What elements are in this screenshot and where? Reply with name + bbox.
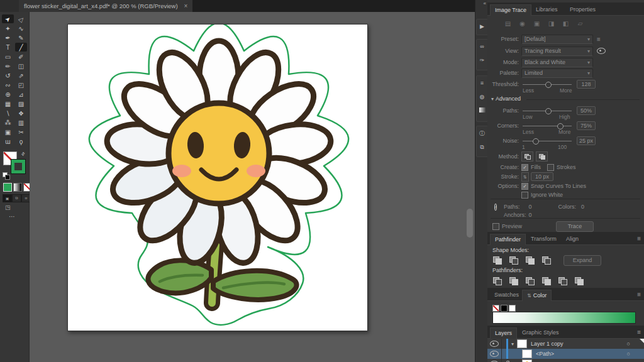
fill-stroke-control[interactable]: ⇄: [3, 151, 28, 179]
brushes-icon[interactable]: ✑: [477, 53, 487, 67]
color-spectrum-ramp[interactable]: [492, 312, 636, 324]
tab-swatches[interactable]: Swatches: [490, 290, 523, 300]
default-fill-stroke-icon[interactable]: [3, 172, 9, 179]
preset-outline-icon[interactable]: ▱: [575, 19, 585, 28]
corners-slider[interactable]: [523, 126, 572, 126]
direct-selection-tool[interactable]: ▷: [15, 14, 27, 23]
tab-color[interactable]: ⇅Color: [522, 290, 552, 301]
preset-grayscale-icon[interactable]: ◨: [547, 19, 556, 28]
preset-high-color-icon[interactable]: ◉: [518, 19, 527, 28]
document-tab[interactable]: flower sticker_digital_art_x4.pdf* @ 200…: [19, 0, 192, 12]
preview-checkbox[interactable]: [492, 223, 499, 230]
stroke-color-green-chip[interactable]: [11, 160, 25, 173]
layer-name[interactable]: <Path>: [536, 351, 554, 357]
fills-checkbox[interactable]: ✓: [521, 164, 528, 171]
layer-name[interactable]: Layer 1 copy: [531, 341, 564, 347]
gradient-button[interactable]: [13, 183, 22, 192]
mesh-tool[interactable]: ▦: [2, 99, 14, 108]
ignore-white-checkbox[interactable]: [521, 192, 528, 199]
tab-libraries[interactable]: Libraries: [531, 4, 562, 15]
unite-icon[interactable]: [493, 256, 502, 265]
preset-low-color-icon[interactable]: ▣: [532, 19, 541, 28]
layer-thumbnail[interactable]: [517, 339, 527, 348]
slice-tool[interactable]: ✂: [15, 128, 27, 136]
expand-button[interactable]: Expand: [564, 255, 601, 266]
column-graph-tool[interactable]: ▥: [15, 118, 27, 127]
layers-menu-icon[interactable]: ≡: [637, 329, 641, 336]
layer-row-layer1-copy[interactable]: ▾ Layer 1 copy ○: [487, 339, 644, 349]
tab-align[interactable]: Align: [562, 234, 583, 244]
draw-normal-button[interactable]: ▣: [3, 194, 12, 202]
scale-tool[interactable]: ⇗: [15, 71, 27, 80]
stroke-value[interactable]: 10 px: [531, 172, 553, 181]
zoom-tool[interactable]: ϙ: [15, 137, 27, 146]
path-thumbnail[interactable]: [522, 349, 532, 358]
tab-transform[interactable]: Transform: [526, 234, 561, 244]
tab-layers[interactable]: Layers: [490, 327, 517, 339]
layer-thumbnail[interactable]: [522, 359, 532, 362]
hand-tool[interactable]: ɯ: [2, 137, 14, 146]
layer-row-layer1[interactable]: ▸ Layer 1 ○: [487, 359, 644, 362]
actions-icon[interactable]: ▶: [477, 19, 487, 33]
trace-button[interactable]: Trace: [556, 221, 594, 232]
minus-front-icon[interactable]: [509, 256, 518, 265]
view-eye-icon[interactable]: [597, 48, 606, 54]
preset-dropdown[interactable]: [Default] ▾: [521, 35, 593, 44]
tab-properties[interactable]: Properties: [565, 4, 600, 15]
gradient-panel-icon[interactable]: [477, 104, 487, 118]
shaper-tool[interactable]: ◫: [15, 62, 27, 70]
noise-slider[interactable]: [523, 141, 572, 141]
palette-dropdown[interactable]: Limited ▾: [521, 69, 593, 78]
threshold-slider[interactable]: [523, 84, 572, 85]
magic-wand-tool[interactable]: ✦: [2, 24, 14, 33]
trim-icon[interactable]: [509, 277, 518, 285]
method-overlapping-button[interactable]: [536, 151, 548, 162]
preset-menu-icon[interactable]: ≡: [597, 36, 601, 43]
snap-curves-checkbox[interactable]: ✓: [521, 183, 528, 190]
info-icon[interactable]: ⓘ: [477, 126, 487, 140]
color-button[interactable]: [3, 183, 12, 192]
swap-fill-stroke-icon[interactable]: ⇄: [20, 151, 26, 157]
screen-mode-button[interactable]: ◳: [5, 204, 11, 211]
rectangle-tool[interactable]: ▭: [2, 52, 14, 61]
symbol-sprayer-tool[interactable]: ⁂: [2, 118, 14, 127]
tab-pathfinder[interactable]: Pathfinder: [490, 234, 526, 245]
target-circle-icon[interactable]: ○: [627, 341, 630, 347]
divide-icon[interactable]: [493, 277, 502, 285]
canvas-vertical-scrollbar-thumb[interactable]: [467, 209, 473, 238]
curvature-tool[interactable]: ✎: [15, 33, 27, 42]
threshold-slider-knob[interactable]: [545, 82, 552, 88]
visibility-eye-icon[interactable]: [490, 341, 499, 347]
type-tool[interactable]: T: [2, 43, 14, 52]
gradient-tool[interactable]: ▨: [15, 99, 27, 108]
line-segment-tool[interactable]: ╱: [15, 43, 27, 52]
rotate-tool[interactable]: ↺: [2, 71, 14, 80]
artboard-tool[interactable]: ▣: [2, 128, 14, 136]
tab-image-trace[interactable]: Image Trace: [490, 4, 531, 16]
paintbrush-tool[interactable]: ✐: [15, 52, 27, 61]
merge-icon[interactable]: [526, 277, 535, 285]
crop-icon[interactable]: [542, 277, 551, 285]
advanced-section-toggle[interactable]: ▾Advanced: [491, 96, 521, 102]
intersect-icon[interactable]: [526, 256, 535, 265]
pencil-tool[interactable]: ✏: [2, 62, 14, 70]
perspective-grid-tool[interactable]: ⊿: [15, 90, 27, 99]
preset-black-white-icon[interactable]: ◧: [561, 19, 570, 28]
minus-back-icon[interactable]: [575, 277, 584, 285]
pen-tool[interactable]: ✒: [2, 33, 14, 42]
draw-behind-button[interactable]: ⧉: [12, 194, 21, 202]
blend-tool[interactable]: ❖: [15, 109, 27, 118]
preset-auto-color-icon[interactable]: ▤: [503, 19, 513, 28]
eyedropper-tool[interactable]: ∖: [2, 109, 14, 118]
corners-value[interactable]: 75%: [577, 121, 596, 130]
tab-graphic-styles[interactable]: Graphic Styles: [518, 327, 564, 338]
method-abutting-button[interactable]: [521, 151, 533, 162]
layer-row-path-selected[interactable]: <Path> ○: [487, 349, 644, 359]
white-swatch[interactable]: [509, 305, 516, 312]
visibility-eye-icon[interactable]: [490, 351, 499, 357]
artboard[interactable]: [67, 24, 368, 331]
none-swatch[interactable]: [492, 305, 499, 312]
edit-toolbar-ellipsis[interactable]: ⋯: [9, 213, 16, 220]
lasso-tool[interactable]: ∿: [15, 24, 27, 33]
strokes-checkbox[interactable]: [547, 164, 554, 171]
